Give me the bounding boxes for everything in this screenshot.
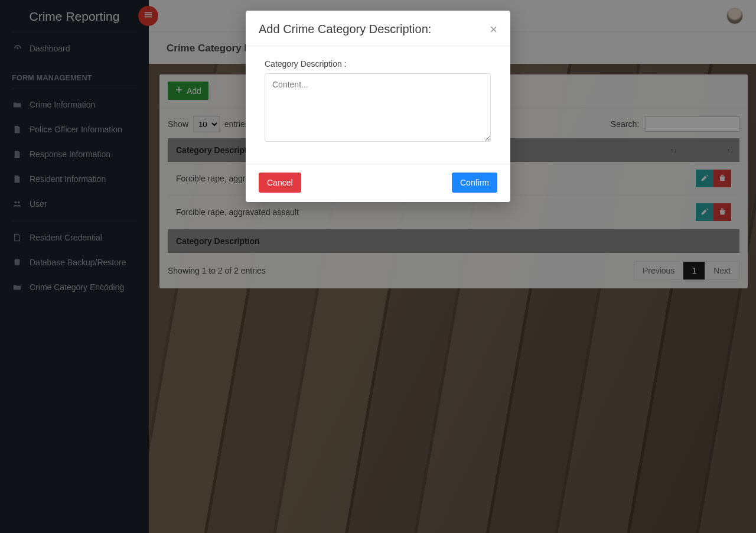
modal-close-button[interactable]: × [490,23,497,36]
close-icon: × [490,22,497,37]
add-category-modal: Add Crime Category Description: × Catego… [246,11,510,202]
modal-title: Add Crime Category Description: [259,22,431,36]
category-description-input[interactable] [265,73,491,142]
cancel-button[interactable]: Cancel [259,173,301,193]
field-label-category-description: Category Description : [265,59,497,69]
confirm-button[interactable]: Confirm [452,173,497,193]
